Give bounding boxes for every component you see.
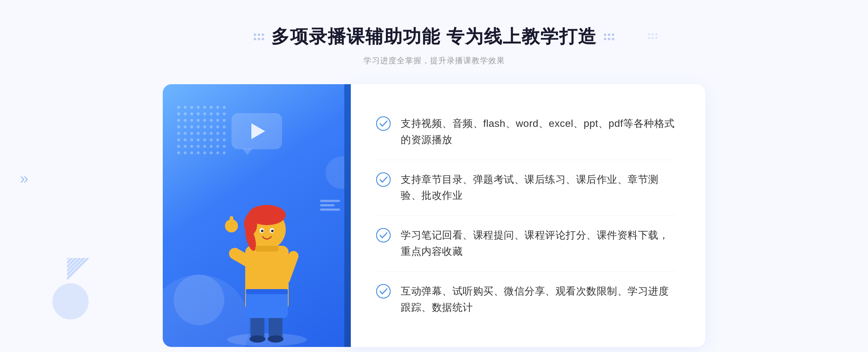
dots-icon-right bbox=[603, 33, 615, 41]
subtitle: 学习进度全掌握，提升录播课教学效果 bbox=[253, 55, 615, 66]
feature-text-1: 支持视频、音频、flash、word、excel、ppt、pdf等各种格式的资源… bbox=[401, 116, 676, 148]
svg-rect-25 bbox=[246, 289, 288, 294]
svg-point-22 bbox=[268, 335, 284, 343]
svg-point-14 bbox=[612, 33, 614, 36]
check-icon-1 bbox=[376, 116, 391, 131]
play-triangle-icon bbox=[251, 123, 265, 139]
svg-point-17 bbox=[612, 38, 614, 40]
features-panel: 支持视频、音频、flash、word、excel、ppt、pdf等各种格式的资源… bbox=[351, 84, 705, 347]
page-container: » 多项录播课辅助功能 专为线上教学打造 bbox=[0, 0, 868, 352]
feature-text-3: 学习笔记回看、课程提问、课程评论打分、课件资料下载，重点内容收藏 bbox=[401, 227, 676, 260]
svg-point-36 bbox=[261, 230, 264, 232]
feature-item-1: 支持视频、音频、flash、word、excel、ppt、pdf等各种格式的资源… bbox=[376, 104, 676, 160]
svg-point-4 bbox=[652, 37, 654, 39]
person-figure bbox=[216, 166, 318, 347]
title-row: 多项录播课辅助功能 专为线上教学打造 bbox=[253, 25, 615, 49]
main-title: 多项录播课辅助功能 专为线上教学打造 bbox=[271, 25, 597, 49]
svg-point-7 bbox=[258, 33, 260, 36]
feature-item-3: 学习笔记回看、课程提问、课程评论打分、课件资料下载，重点内容收藏 bbox=[376, 216, 676, 272]
svg-point-11 bbox=[262, 38, 264, 40]
svg-point-1 bbox=[652, 33, 654, 35]
illustration-panel bbox=[163, 84, 351, 347]
feature-item-2: 支持章节目录、弹题考试、课后练习、课后作业、章节测验、批改作业 bbox=[376, 160, 676, 216]
svg-point-15 bbox=[604, 38, 606, 40]
deco-stripes bbox=[67, 258, 96, 294]
decorative-dots-right bbox=[647, 33, 658, 43]
svg-point-12 bbox=[604, 33, 606, 36]
svg-point-10 bbox=[258, 38, 260, 40]
play-bubble bbox=[231, 113, 282, 153]
content-area: 支持视频、音频、flash、word、excel、ppt、pdf等各种格式的资源… bbox=[163, 84, 705, 347]
svg-point-13 bbox=[608, 33, 610, 36]
svg-point-5 bbox=[655, 37, 658, 39]
svg-point-18 bbox=[227, 333, 307, 346]
check-icon-2 bbox=[376, 172, 391, 187]
svg-point-37 bbox=[271, 230, 274, 232]
svg-point-21 bbox=[250, 335, 265, 343]
blue-accent-bar bbox=[344, 84, 351, 347]
svg-point-16 bbox=[608, 38, 610, 40]
dots-icon-left bbox=[253, 33, 265, 41]
svg-rect-29 bbox=[230, 216, 233, 227]
svg-point-0 bbox=[648, 33, 650, 35]
feature-item-4: 互动弹幕、试听购买、微信分享、观看次数限制、学习进度跟踪、数据统计 bbox=[376, 272, 676, 327]
chevron-left-icon: » bbox=[20, 170, 28, 187]
svg-point-42 bbox=[376, 284, 390, 298]
svg-point-2 bbox=[655, 33, 658, 35]
feature-text-2: 支持章节目录、弹题考试、课后练习、课后作业、章节测验、批改作业 bbox=[401, 172, 676, 204]
svg-rect-38 bbox=[255, 246, 278, 252]
svg-point-9 bbox=[254, 38, 256, 40]
header-section: 多项录播课辅助功能 专为线上教学打造 学习进度全掌握，提升录播课教学效果 bbox=[253, 0, 615, 66]
svg-point-3 bbox=[648, 37, 650, 39]
svg-point-39 bbox=[376, 117, 390, 130]
illus-bars bbox=[320, 200, 340, 211]
feature-text-4: 互动弹幕、试听购买、微信分享、观看次数限制、学习进度跟踪、数据统计 bbox=[401, 283, 676, 316]
svg-point-8 bbox=[262, 33, 264, 36]
check-icon-3 bbox=[376, 228, 391, 242]
svg-point-6 bbox=[254, 33, 256, 36]
illus-dots bbox=[177, 106, 226, 155]
svg-point-40 bbox=[376, 173, 390, 186]
check-icon-4 bbox=[376, 284, 391, 299]
svg-point-41 bbox=[376, 228, 390, 242]
